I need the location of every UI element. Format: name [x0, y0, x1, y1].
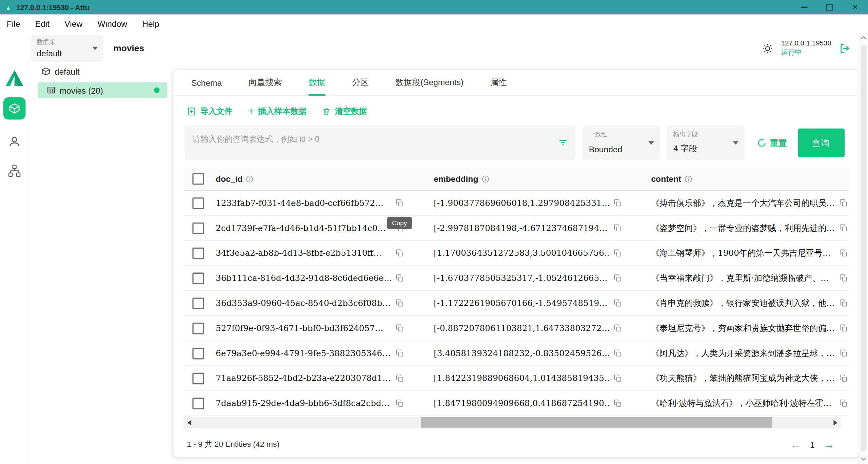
tree-item-database[interactable]: default: [29, 63, 173, 79]
content-cell: 《搏击俱乐部》，杰克是一个大汽车公司的职员…: [651, 198, 834, 208]
doc-id-cell: 527f0f9e-0f93-4671-bbf0-bd3f624057…: [216, 323, 391, 333]
row-checkbox[interactable]: [192, 322, 204, 334]
row-checkbox[interactable]: [192, 197, 204, 209]
theme-toggle-button[interactable]: [762, 42, 773, 54]
reset-label: 重置: [770, 138, 787, 148]
nav-databases[interactable]: [3, 97, 26, 120]
prev-page-button[interactable]: ←: [790, 439, 801, 450]
select-all-checkbox[interactable]: [192, 173, 204, 185]
table-row: 6e79a3e0-e994-4791-9fe5-3882305346… [3.4…: [183, 341, 849, 366]
maximize-button[interactable]: [817, 0, 842, 15]
row-checkbox[interactable]: [192, 297, 204, 309]
scroll-right-button[interactable]: [830, 417, 841, 428]
copy-icon[interactable]: [839, 274, 848, 283]
tab-partitions[interactable]: 分区: [339, 70, 382, 95]
menu-edit[interactable]: Edit: [35, 19, 50, 28]
consistency-select[interactable]: 一致性 Bounded: [582, 126, 660, 160]
embedding-cell: [-1.900377869606018,1.297908425331…: [434, 198, 609, 208]
copy-icon[interactable]: [839, 349, 848, 357]
next-page-button[interactable]: →: [824, 439, 835, 450]
collection-tabs: Schema 向量搜索 数据 分区 数据段(Segments) 属性: [174, 70, 859, 96]
titlebar: 127.0.0.1:19530 - Attu ✕: [0, 0, 868, 15]
info-icon[interactable]: [246, 175, 254, 183]
copy-icon[interactable]: [839, 374, 848, 383]
vertical-scrollbar: [859, 33, 868, 464]
row-checkbox[interactable]: [192, 372, 204, 384]
row-checkbox[interactable]: [192, 272, 204, 284]
tree-item-collection-movies[interactable]: movies (20): [38, 82, 167, 98]
menu-view[interactable]: View: [64, 19, 82, 28]
advanced-filter-button[interactable]: [557, 137, 569, 148]
close-button[interactable]: ✕: [843, 0, 868, 15]
copy-icon[interactable]: [613, 224, 622, 232]
row-checkbox[interactable]: [192, 222, 204, 234]
copy-icon[interactable]: [395, 374, 404, 383]
copy-icon[interactable]: [395, 274, 404, 283]
insert-sample-data-button[interactable]: + 插入样本数据: [248, 106, 306, 116]
scroll-left-button[interactable]: [183, 417, 195, 428]
copy-icon[interactable]: [395, 249, 404, 257]
window-title: 127.0.0.1:19530 - Attu: [16, 3, 90, 12]
nodes-icon: [8, 164, 21, 177]
page-number[interactable]: 1: [810, 440, 815, 449]
copy-icon[interactable]: [395, 324, 404, 332]
copy-icon[interactable]: [613, 349, 622, 357]
copy-icon[interactable]: [613, 299, 622, 308]
copy-icon[interactable]: [613, 374, 622, 383]
scrollbar-thumb[interactable]: [861, 45, 866, 452]
copy-icon[interactable]: [839, 198, 848, 207]
menu-help[interactable]: Help: [142, 19, 159, 28]
tab-vector-search[interactable]: 向量搜索: [235, 70, 295, 95]
scrollbar-track[interactable]: [195, 417, 830, 428]
copy-icon[interactable]: [395, 198, 404, 207]
sun-icon: [762, 42, 773, 54]
nav-users[interactable]: [8, 135, 21, 149]
nav-system[interactable]: [8, 164, 21, 177]
chevron-down-icon: [92, 47, 98, 50]
row-checkbox[interactable]: [192, 247, 204, 259]
collection-tree: default movies (20): [29, 63, 173, 98]
scrollbar-thumb[interactable]: [421, 417, 772, 428]
scroll-down-button[interactable]: [861, 457, 866, 461]
info-icon[interactable]: [685, 175, 692, 183]
minimize-button[interactable]: [791, 0, 817, 15]
copy-icon[interactable]: [839, 249, 848, 257]
copy-icon[interactable]: [839, 324, 848, 332]
copy-icon[interactable]: [613, 198, 622, 207]
tab-properties[interactable]: 属性: [477, 70, 520, 95]
output-fields-select[interactable]: 输出字段 4 字段: [667, 126, 745, 160]
copy-icon[interactable]: [613, 324, 622, 332]
reset-button[interactable]: 重置: [757, 138, 787, 148]
database-select[interactable]: 数据库 default: [31, 35, 103, 62]
clear-data-button[interactable]: 清空数据: [322, 106, 367, 116]
copy-icon[interactable]: [839, 399, 848, 408]
scroll-up-button[interactable]: [861, 36, 866, 40]
menu-window[interactable]: Window: [97, 19, 127, 28]
copy-icon[interactable]: [613, 399, 622, 408]
disconnect-button[interactable]: [839, 42, 851, 55]
info-icon[interactable]: [481, 175, 489, 183]
copy-icon[interactable]: [613, 274, 622, 283]
attu-window: 127.0.0.1:19530 - Attu ✕ File Edit View …: [0, 0, 868, 464]
copy-icon[interactable]: [839, 224, 848, 232]
tab-segments[interactable]: 数据段(Segments): [382, 70, 477, 95]
person-icon: [8, 135, 21, 149]
entities-summary: 1 - 9 共 20 Entities (42 ms): [187, 440, 279, 450]
row-checkbox[interactable]: [192, 347, 204, 359]
copy-icon[interactable]: [395, 349, 404, 357]
doc-id-cell: 34f3e5a2-ab8b-4d13-8fbf-e2b51310ff…: [216, 248, 391, 258]
row-checkbox[interactable]: [192, 398, 204, 409]
content-cell: 《海上钢琴师》，1900年的第一天弗吉尼亚号…: [651, 248, 834, 258]
content-cell: 《泰坦尼克号》，穷画家和贵族女抛弃世俗的偏…: [651, 323, 834, 333]
query-expression-input[interactable]: [184, 126, 575, 160]
menu-file[interactable]: File: [7, 19, 20, 28]
copy-icon[interactable]: [395, 299, 404, 308]
import-file-button[interactable]: 导入文件: [187, 106, 232, 116]
query-button[interactable]: 查询: [798, 129, 845, 157]
tab-data[interactable]: 数据: [295, 70, 339, 95]
copy-icon[interactable]: [613, 249, 622, 257]
copy-icon[interactable]: [839, 299, 848, 308]
tab-schema[interactable]: Schema: [178, 70, 235, 95]
table-row: 36d353a9-0960-45ac-8540-d2b3c6f08b… [-1.…: [183, 291, 849, 316]
copy-icon[interactable]: [395, 399, 404, 408]
